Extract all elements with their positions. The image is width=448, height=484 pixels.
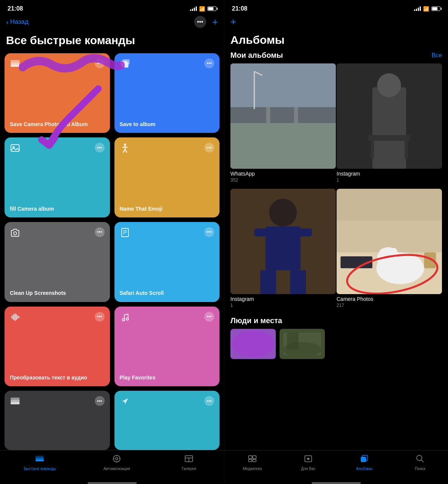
more-button[interactable]: ••• — [194, 16, 206, 28]
svg-rect-65 — [290, 270, 306, 294]
svg-rect-55 — [368, 135, 410, 141]
svg-rect-53 — [372, 87, 406, 169]
card-top: ••• — [10, 227, 105, 240]
card-top: ••• — [120, 143, 215, 156]
waveform-icon — [10, 312, 20, 325]
doc-icon — [120, 227, 130, 240]
tab-gallery[interactable]: Галерея — [178, 454, 200, 471]
gallery-tab-icon — [184, 454, 193, 466]
left-nav-bar: ‹ Назад ••• + — [0, 14, 224, 32]
shortcut-save-album[interactable]: ••• Save to album — [114, 53, 220, 133]
shortcut-name-emoji[interactable]: ••• Name That Emoji — [114, 137, 220, 217]
shortcut-play-favorites[interactable]: ••• Play Favorites — [114, 307, 220, 387]
card-top: ••• — [10, 59, 105, 72]
svg-rect-87 — [361, 457, 366, 462]
location-icon — [120, 396, 130, 409]
card-top: ••• — [10, 312, 105, 325]
svg-rect-63 — [294, 228, 312, 236]
right-add-button[interactable]: + — [230, 16, 236, 28]
card-more-button[interactable]: ••• — [95, 312, 105, 322]
tab-shortcuts[interactable]: Быстрые команды — [24, 454, 56, 471]
svg-rect-29 — [11, 402, 20, 404]
svg-point-28 — [126, 318, 128, 320]
svg-rect-30 — [11, 400, 20, 402]
shortcut-label: fill Camera album — [10, 205, 105, 212]
album-count-instagram2: 1 — [230, 303, 336, 308]
svg-rect-31 — [11, 398, 20, 400]
svg-rect-48 — [266, 107, 270, 123]
people-section: Люди и места — [224, 313, 448, 363]
library-tab-label: Медиатека — [243, 467, 262, 471]
album-name-camera: Camera Photos — [337, 296, 442, 302]
album-camera[interactable]: Camera Photos 217 — [337, 189, 442, 308]
album-name-instagram2: Instagram — [230, 296, 336, 302]
back-label: Назад — [10, 18, 29, 26]
shortcut-label: Save to album — [120, 121, 215, 128]
card-more-button[interactable]: ••• — [95, 143, 105, 153]
svg-line-90 — [422, 460, 424, 462]
back-button[interactable]: ‹ Назад — [6, 18, 28, 26]
card-top: ••• — [10, 143, 105, 156]
for-you-tab-label: Для Вас — [301, 467, 315, 471]
shortcut-10[interactable]: ••• — [114, 391, 220, 450]
search-tab-label: Поиск — [415, 467, 425, 471]
svg-rect-82 — [249, 456, 252, 459]
shortcut-fill-camera[interactable]: ••• fill Camera album — [5, 137, 110, 217]
shortcut-save-camera[interactable]: ••• Save Camera Photos To Album — [5, 53, 110, 133]
tab-library[interactable]: Медиатека — [241, 454, 264, 471]
svg-rect-85 — [253, 459, 256, 462]
svg-rect-33 — [36, 458, 44, 459]
card-more-button[interactable]: ••• — [204, 143, 214, 153]
tab-search[interactable]: Поиск — [409, 454, 431, 471]
card-more-button[interactable]: ••• — [95, 59, 105, 68]
card-more-button[interactable]: ••• — [204, 59, 214, 68]
add-button[interactable]: + — [212, 16, 218, 28]
image-icon — [10, 143, 20, 156]
albums-grid: WhatsApp 352 Instagram 1 — [224, 63, 448, 313]
shortcut-safari-scroll[interactable]: ••• Safari Auto Scroll — [114, 222, 220, 302]
card-more-button[interactable]: ••• — [95, 227, 105, 237]
signal-icon — [190, 6, 197, 11]
card-more-button[interactable]: ••• — [95, 396, 105, 406]
card-more-button[interactable]: ••• — [204, 396, 214, 406]
svg-point-8 — [124, 143, 126, 146]
card-more-button[interactable]: ••• — [204, 312, 214, 322]
svg-rect-32 — [36, 459, 44, 461]
shortcut-clean-up[interactable]: ••• Clean Up Screenshots — [5, 222, 110, 302]
tab-albums[interactable]: Альбомы — [353, 454, 375, 471]
gallery-tab-label: Галерея — [182, 467, 196, 471]
red-circle-annotation — [337, 189, 442, 294]
svg-rect-2 — [11, 60, 20, 62]
right-panel: 21:08 📶 + Альбомы Мои альбомы Все — [224, 0, 448, 484]
album-count-camera: 217 — [337, 303, 442, 308]
shortcuts-tab-label: Быстрые команды — [24, 467, 56, 471]
battery-icon — [207, 6, 216, 11]
figure-icon — [120, 143, 130, 156]
photos-icon — [120, 59, 130, 72]
people-thumb-1[interactable] — [230, 329, 276, 359]
svg-rect-83 — [253, 456, 256, 459]
svg-point-36 — [116, 458, 118, 460]
svg-point-77 — [232, 331, 274, 357]
svg-rect-49 — [294, 107, 298, 123]
tab-automation[interactable]: Автоматизация — [104, 454, 130, 471]
shortcut-text-audio[interactable]: ••• Преобразовать текст в аудио — [5, 307, 110, 387]
shortcut-label: Play Favorites — [120, 374, 215, 381]
people-thumb-2[interactable] — [280, 329, 325, 359]
card-more-button[interactable]: ••• — [204, 227, 214, 237]
camera-icon — [10, 227, 20, 240]
album-instagram1[interactable]: Instagram 1 — [337, 63, 442, 183]
svg-rect-1 — [11, 62, 20, 65]
tab-for-you[interactable]: Для Вас — [297, 454, 320, 471]
left-time: 21:08 — [8, 5, 23, 12]
right-home-indicator — [312, 482, 361, 484]
album-whatsapp[interactable]: WhatsApp 352 — [230, 63, 336, 183]
svg-rect-14 — [122, 228, 128, 237]
home-indicator — [88, 482, 137, 484]
my-albums-all[interactable]: Все — [431, 52, 442, 59]
my-albums-header: Мои альбомы Все — [224, 51, 448, 63]
svg-point-27 — [122, 319, 125, 321]
album-instagram2[interactable]: Instagram 1 — [230, 189, 336, 308]
shortcut-9[interactable]: ••• — [5, 391, 110, 450]
svg-point-89 — [417, 455, 422, 461]
